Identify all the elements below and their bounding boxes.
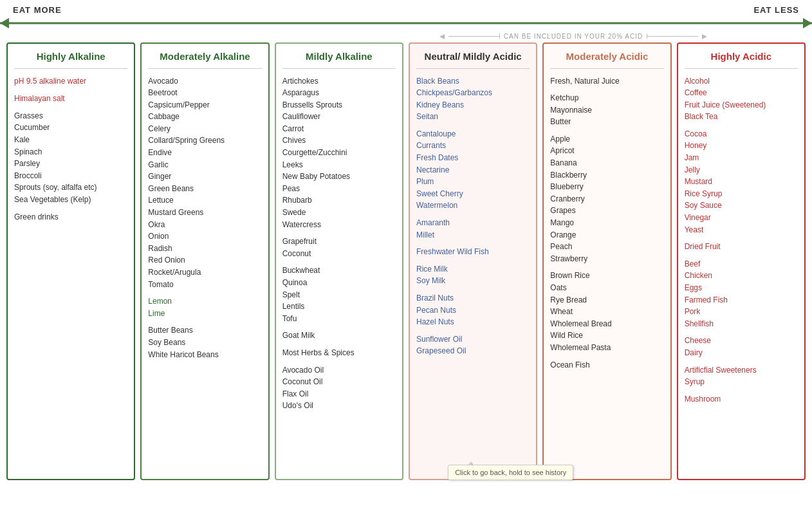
food-item: Cantaloupe [416, 128, 530, 140]
food-item: Spelt [282, 289, 396, 301]
food-item: Freshwater Wild Fish [416, 246, 530, 258]
food-item: Spinach [14, 146, 127, 158]
food-item: Tomato [148, 279, 261, 291]
column-mildly-alkaline: Mildly AlkalineArtichokesAsparagusBrusse… [275, 42, 403, 480]
browser-tooltip: Click to go back, hold to see history [448, 465, 573, 480]
food-item: Lime [148, 308, 261, 320]
column-moderately-alkaline: Moderately AlkalineAvocadoBeetrootCapsic… [140, 42, 269, 480]
food-item: Artichokes [282, 75, 396, 88]
food-item: Banana [550, 157, 663, 169]
food-item: Pork [685, 306, 798, 318]
food-item: Lemon [148, 295, 261, 308]
food-item: Cocoa [685, 128, 798, 140]
page-wrapper: EAT MORE EAT LESS CAN BE INCLUDED IN YOU… [0, 0, 812, 487]
food-item: Currants [416, 140, 530, 152]
food-group-mildly-alkaline-2: BuckwheatQuinoaSpeltLentilsTofu [282, 265, 396, 324]
food-group-moderately-alkaline-1: LemonLime [148, 295, 261, 319]
food-item: Syrup [685, 376, 798, 388]
column-highly-alkaline: Highly AlkalinepH 9.5 alkaline waterHima… [6, 42, 135, 480]
food-group-mildly-alkaline-4: Most Herbs & Spices [282, 347, 396, 359]
food-item: Honey [685, 140, 798, 152]
food-item: Asparagus [282, 87, 396, 99]
food-item: Artificfial Sweeteners [685, 364, 798, 377]
food-item: Peach [550, 241, 663, 253]
food-item: Beef [685, 258, 798, 270]
food-item: Orange [550, 229, 663, 241]
acid-left-arrow [439, 34, 445, 39]
eat-more-label: EAT MORE [13, 5, 62, 15]
food-item: Onion [148, 230, 261, 243]
food-group-moderately-acidic-0: Fresh, Natural Juice [550, 75, 663, 88]
food-item: Collard/Spring Greens [148, 135, 261, 147]
food-item: Ginger [148, 171, 261, 183]
food-group-neutral-mildly-acidic-4: Rice MilkSoy Milk [416, 263, 530, 287]
food-item: Eggs [685, 282, 798, 294]
food-item: Plum [416, 176, 530, 188]
food-item: Goat Milk [282, 330, 396, 342]
food-group-highly-alkaline-2: GrassesCucumberKaleSpinachParsleyBroccol… [14, 110, 127, 206]
column-header-moderately-alkaline: Moderately Alkaline [148, 50, 261, 69]
food-item: Ketchup [550, 92, 663, 104]
food-item: Oats [550, 282, 663, 294]
direction-arrow-line [0, 23, 812, 24]
food-item: Yeast [685, 224, 798, 236]
food-item: Courgette/Zucchini [282, 147, 396, 159]
food-item: Sea Vegetables (Kelp) [14, 194, 127, 206]
acid-right-arrow [702, 34, 707, 39]
food-group-mildly-alkaline-0: ArtichokesAsparagusBrussells SproutsCaul… [282, 75, 396, 231]
food-item: Garlic [148, 159, 261, 171]
food-item: Ocean Fish [550, 359, 663, 371]
food-item: Sweet Cherry [416, 188, 530, 200]
food-group-highly-alkaline-3: Green drinks [14, 211, 127, 223]
food-item: Celery [148, 123, 261, 135]
food-item: Peas [282, 183, 396, 195]
food-item: Green drinks [14, 211, 127, 223]
food-item: Capsicum/Pepper [148, 99, 261, 111]
food-group-moderately-acidic-1: KetchupMayonnaiseButter [550, 92, 663, 128]
food-item: Cucumber [14, 122, 127, 134]
food-group-highly-acidic-6: Mushroom [685, 393, 798, 406]
food-group-moderately-acidic-3: Brown RiceOatsRye BreadWheatWholemeal Br… [550, 270, 663, 353]
food-item: Strawberry [550, 253, 663, 265]
column-header-highly-alkaline: Highly Alkaline [14, 50, 127, 69]
food-item: Beetroot [148, 87, 261, 99]
food-item: Fruit Juice (Sweetened) [685, 99, 798, 111]
food-item: Rice Syrup [685, 188, 798, 200]
food-item: Cranberry [550, 193, 663, 205]
food-item: Millet [416, 229, 530, 241]
food-group-highly-alkaline-1: Himalayan salt [14, 93, 127, 105]
column-moderately-acidic: Moderately AcidicFresh, Natural JuiceKet… [542, 42, 671, 480]
food-item: Wholemeal Bread [550, 318, 663, 330]
food-item: Brussells Sprouts [282, 99, 396, 111]
food-item: Lettuce [148, 194, 261, 207]
food-group-moderately-acidic-4: Ocean Fish [550, 359, 663, 371]
eat-less-arrow [803, 18, 812, 28]
food-item: Soy Sauce [685, 200, 798, 212]
food-item: Broccoli [14, 170, 127, 182]
food-item: Chickpeas/Garbanzos [416, 87, 530, 99]
food-item: Blackberry [550, 169, 663, 182]
food-item: Rye Bread [550, 294, 663, 306]
food-group-highly-acidic-3: BeefChickenEggsFarmed FishPorkShellfish [685, 258, 798, 330]
food-item: Soy Beans [148, 337, 261, 349]
arrow-row [0, 17, 812, 29]
food-item: Wholemeal Pasta [550, 342, 663, 354]
food-group-highly-acidic-5: Artificfial SweetenersSyrup [685, 364, 798, 388]
column-header-highly-acidic: Highly Acidic [685, 50, 798, 69]
food-item: Mustard [685, 176, 798, 188]
top-bar: EAT MORE EAT LESS [0, 0, 812, 17]
food-item: Blueberry [550, 181, 663, 193]
food-group-mildly-alkaline-5: Avocado OilCoconut OilFlax OilUdo's Oil [282, 364, 396, 412]
food-item: Mushroom [685, 393, 798, 406]
food-group-mildly-alkaline-3: Goat Milk [282, 330, 396, 342]
food-item: Shellfish [685, 318, 798, 330]
column-highly-acidic: Highly AcidicAlcoholCoffeeFruit Juice (S… [677, 42, 806, 480]
food-item: Coconut [282, 248, 396, 260]
food-item: Soy Milk [416, 275, 530, 287]
food-item: Amaranth [416, 217, 530, 229]
food-item: Dried Fruit [685, 241, 798, 253]
food-group-moderately-acidic-2: AppleApricotBananaBlackberryBlueberryCra… [550, 133, 663, 265]
food-item: Butter [550, 116, 663, 128]
food-item: Okra [148, 219, 261, 231]
food-item: Avocado [148, 75, 261, 88]
